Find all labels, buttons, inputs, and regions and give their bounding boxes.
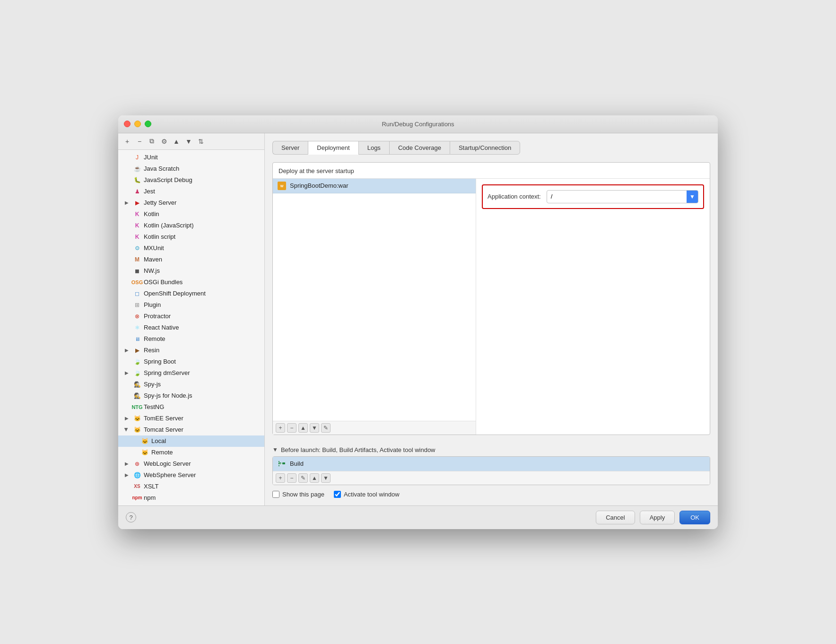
move-up-button[interactable]: ▲ <box>171 136 182 147</box>
expand-arrow <box>124 268 130 274</box>
kotlin-script-icon: K <box>133 233 141 241</box>
sidebar-item-protractor[interactable]: ⊗ Protractor <box>118 311 264 322</box>
sidebar-item-mxunit[interactable]: ⚙ MXUnit <box>118 243 264 254</box>
before-launch-header[interactable]: ▼ Before launch: Build, Build Artifacts,… <box>272 446 710 453</box>
sidebar-item-js-debug[interactable]: 🐛 JavaScript Debug <box>118 174 264 186</box>
expand-arrow <box>124 291 130 296</box>
sidebar-item-kotlin-script[interactable]: K Kotlin script <box>118 231 264 243</box>
sidebar-item-tomcat[interactable]: ▶ 🐱 Tomcat Server <box>118 424 264 435</box>
sidebar-item-openshift[interactable]: ◻ OpenShift Deployment <box>118 288 264 299</box>
main-content: + − ⧉ ⚙ ▲ ▼ ⇅ J JUnit ☕ Java Scratch <box>118 133 718 505</box>
sidebar-item-remote[interactable]: 🖥 Remote <box>118 333 264 345</box>
apply-button[interactable]: Apply <box>640 511 675 524</box>
expand-arrow-jetty: ▶ <box>124 200 130 206</box>
expand-arrow <box>131 438 137 444</box>
deploy-down-button[interactable]: ▼ <box>310 423 319 433</box>
ok-button[interactable]: OK <box>679 511 710 524</box>
sidebar-item-tomee[interactable]: ▶ 🐱 TomEE Server <box>118 413 264 424</box>
sidebar-item-label: NW.js <box>144 267 160 274</box>
sidebar-item-kotlin[interactable]: K Kotlin <box>118 209 264 220</box>
kotlin-icon: K <box>133 210 141 218</box>
expand-arrow-spring-dm: ▶ <box>124 370 130 376</box>
remove-config-button[interactable]: − <box>134 136 145 147</box>
sidebar-item-websphere[interactable]: ▶ 🌐 WebSphere Server <box>118 470 264 481</box>
sidebar-item-xslt[interactable]: XS XSLT <box>118 481 264 492</box>
sidebar-item-osgi[interactable]: OSG OSGi Bundles <box>118 277 264 288</box>
build-item[interactable]: 01 Build <box>273 457 710 471</box>
before-launch-down-button[interactable]: ▼ <box>321 473 331 483</box>
sidebar-item-label: Jest <box>144 188 155 195</box>
show-page-checkbox[interactable] <box>272 491 279 498</box>
deploy-edit-button[interactable]: ✎ <box>321 423 331 433</box>
jetty-icon: ▶ <box>133 199 141 207</box>
before-launch-remove-button[interactable]: − <box>287 473 296 483</box>
sidebar-item-java-scratch[interactable]: ☕ Java Scratch <box>118 163 264 174</box>
build-icon: 01 <box>278 460 286 468</box>
tab-startup-connection[interactable]: Startup/Connection <box>450 141 520 155</box>
sidebar-item-maven[interactable]: M Maven <box>118 254 264 265</box>
app-context-input[interactable] <box>547 191 687 202</box>
edit-defaults-button[interactable]: ⚙ <box>159 136 169 147</box>
titlebar: Run/Debug Configurations <box>118 115 718 133</box>
tab-code-coverage[interactable]: Code Coverage <box>389 141 450 155</box>
sort-button[interactable]: ⇅ <box>196 136 206 147</box>
minimize-button[interactable] <box>134 121 141 127</box>
nwjs-icon: ◼ <box>133 267 141 275</box>
sidebar-item-testng[interactable]: NTG TestNG <box>118 401 264 413</box>
maximize-button[interactable] <box>145 121 151 127</box>
sidebar-item-spring-dm[interactable]: ▶ 🍃 Spring dmServer <box>118 367 264 379</box>
close-button[interactable] <box>124 121 131 127</box>
sidebar-item-tomcat-local[interactable]: 🐱 Local <box>118 435 264 447</box>
sidebar-item-react-native[interactable]: ⚛ React Native <box>118 322 264 333</box>
expand-arrow-tomcat: ▶ <box>124 427 130 433</box>
osgi-icon: OSG <box>133 278 141 286</box>
copy-config-button[interactable]: ⧉ <box>147 136 157 147</box>
sidebar-item-label: WebLogic Server <box>144 460 191 467</box>
sidebar-item-label: Kotlin script <box>144 233 175 240</box>
sidebar-item-spy-js[interactable]: 🕵 Spy-js <box>118 379 264 390</box>
sidebar-item-jest[interactable]: ♟ Jest <box>118 186 264 197</box>
tab-deployment[interactable]: Deployment <box>308 141 358 155</box>
expand-arrow <box>124 257 130 262</box>
deploy-add-button[interactable]: + <box>276 423 285 433</box>
mxunit-icon: ⚙ <box>133 244 141 252</box>
add-config-button[interactable]: + <box>122 136 132 147</box>
sidebar-item-label: Remote <box>151 449 173 456</box>
app-context-box: Application context: ▼ <box>482 184 704 209</box>
sidebar-item-weblogic[interactable]: ▶ ⊛ WebLogic Server <box>118 458 264 470</box>
sidebar-item-label: Spy-js for Node.js <box>144 392 192 399</box>
sidebar-item-label: Kotlin <box>144 210 159 218</box>
sidebar-item-label: Tomcat Server <box>144 426 183 433</box>
tomcat-icon: 🐱 <box>133 426 141 434</box>
sidebar-item-spy-js-node[interactable]: 🕵 Spy-js for Node.js <box>118 390 264 401</box>
help-button[interactable]: ? <box>126 512 136 522</box>
sidebar-item-tomcat-remote[interactable]: 🐱 Remote <box>118 447 264 458</box>
sidebar-item-spring-boot[interactable]: 🍃 Spring Boot <box>118 356 264 367</box>
deploy-section-label: Deploy at the server startup <box>273 163 710 178</box>
sidebar-item-npm[interactable]: npm npm <box>118 492 264 504</box>
deploy-remove-button[interactable]: − <box>287 423 296 433</box>
sidebar-list: J JUnit ☕ Java Scratch 🐛 JavaScript Debu… <box>118 150 264 505</box>
app-context-dropdown-button[interactable]: ▼ <box>687 191 698 203</box>
before-launch-add-button[interactable]: + <box>276 473 285 483</box>
sidebar-item-plugin[interactable]: ⊞ Plugin <box>118 299 264 311</box>
window-title: Run/Debug Configurations <box>382 121 454 128</box>
war-icon: W <box>278 182 286 190</box>
tab-logs[interactable]: Logs <box>358 141 389 155</box>
move-down-button[interactable]: ▼ <box>183 136 194 147</box>
sidebar-item-jetty[interactable]: ▶ ▶ Jetty Server <box>118 197 264 209</box>
deploy-item[interactable]: W SpringBootDemo:war <box>273 179 476 193</box>
before-launch-up-button[interactable]: ▲ <box>310 473 319 483</box>
expand-arrow-tomee: ▶ <box>124 416 130 421</box>
sidebar-item-junit[interactable]: J JUnit <box>118 152 264 163</box>
sidebar-item-kotlin-js[interactable]: K Kotlin (JavaScript) <box>118 220 264 231</box>
tab-server[interactable]: Server <box>272 141 308 155</box>
cancel-button[interactable]: Cancel <box>596 511 635 524</box>
activate-tool-window-checkbox[interactable] <box>334 491 341 498</box>
sidebar-item-nwjs[interactable]: ◼ NW.js <box>118 265 264 277</box>
sidebar-item-resin[interactable]: ▶ ▶ Resin <box>118 345 264 356</box>
deployment-area: Deploy at the server startup W <box>272 162 710 435</box>
deploy-up-button[interactable]: ▲ <box>298 423 308 433</box>
tomcat-local-icon: 🐱 <box>141 437 148 445</box>
before-launch-edit-button[interactable]: ✎ <box>298 473 308 483</box>
